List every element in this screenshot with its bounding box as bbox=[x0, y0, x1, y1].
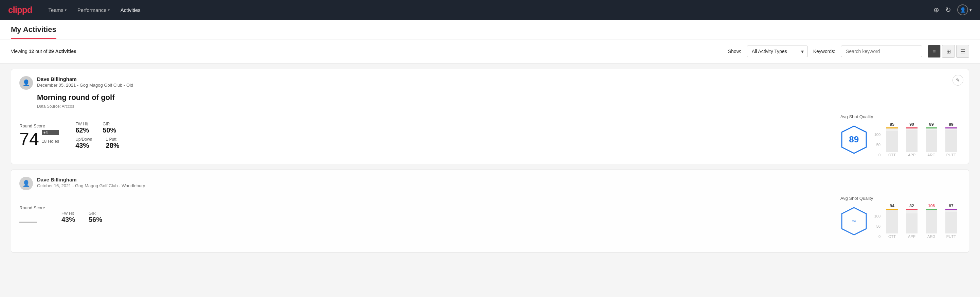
edit-button[interactable]: ✎ bbox=[953, 75, 963, 86]
show-label: Show: bbox=[728, 49, 741, 54]
one-putt-value: 28% bbox=[106, 142, 119, 150]
user-avatar-icon: 👤 bbox=[22, 79, 30, 87]
viewing-count-text: Viewing 12 out of 29 Activities bbox=[11, 49, 722, 54]
round-score-value: 74 bbox=[19, 130, 39, 148]
updown-value: 43% bbox=[75, 142, 92, 150]
shot-quality-section: Avg Shot Quality ~ bbox=[840, 196, 961, 238]
logo: clippd bbox=[8, 5, 32, 15]
activity-type-select[interactable]: All Activity Types bbox=[747, 46, 808, 57]
nav-teams[interactable]: Teams ▾ bbox=[49, 7, 67, 13]
avatar: 👤 bbox=[19, 76, 33, 90]
keywords-label: Keywords: bbox=[813, 49, 835, 54]
updown-group: Up/Down 43% bbox=[75, 137, 92, 150]
chart-col-app: 82 APP bbox=[902, 204, 921, 238]
score-diff-badge: +4 bbox=[42, 130, 59, 135]
search-input[interactable] bbox=[841, 46, 922, 57]
navbar: clippd Teams ▾ Performance ▾ Activities … bbox=[0, 0, 980, 20]
chart-col-arg: 106 ARG bbox=[922, 204, 941, 238]
viewing-total: 29 bbox=[49, 49, 54, 54]
user-menu-chevron-icon: ▾ bbox=[969, 8, 972, 13]
user-date: October 16, 2021 - Gog Magog Golf Club -… bbox=[37, 183, 145, 188]
nav-performance[interactable]: Performance ▾ bbox=[78, 7, 110, 13]
chart-col-ott: 85 OTT bbox=[883, 122, 902, 157]
shot-quality-chart: 100 50 0 94 bbox=[874, 204, 961, 238]
performance-chevron-icon: ▾ bbox=[108, 8, 110, 12]
shot-quality-score: ~ bbox=[852, 217, 856, 226]
filter-bar: Viewing 12 out of 29 Activities Show: Al… bbox=[0, 40, 980, 64]
round-score-label: Round Score bbox=[19, 205, 45, 210]
updown-label: Up/Down bbox=[75, 137, 92, 142]
gir-value: 56% bbox=[89, 216, 102, 224]
view-mode-buttons: ≡ ⊞ ☰ bbox=[928, 45, 969, 58]
gir-label: GIR bbox=[103, 121, 116, 126]
nav-activities[interactable]: Activities bbox=[121, 7, 141, 13]
avatar: 👤 bbox=[19, 177, 33, 190]
view-detail-button[interactable]: ☰ bbox=[956, 45, 969, 58]
fw-hit-label: FW Hit bbox=[62, 211, 75, 216]
activity-title: Morning round of golf bbox=[37, 93, 961, 102]
shot-quality-hexagon: ~ bbox=[840, 206, 868, 236]
user-avatar-icon: 👤 bbox=[22, 180, 30, 187]
view-compact-button[interactable]: ≡ bbox=[928, 45, 940, 58]
page-header: My Activities bbox=[0, 20, 980, 40]
activity-card: 👤 Dave Billingham October 16, 2021 - Gog… bbox=[11, 169, 969, 252]
shot-quality-chart: 100 50 0 85 bbox=[874, 122, 961, 157]
chart-col-arg: 89 ARG bbox=[922, 122, 941, 157]
nav-icons: ⊕ ↻ 👤 ▾ bbox=[934, 5, 972, 15]
gir-group: GIR 50% bbox=[103, 121, 116, 134]
refresh-icon[interactable]: ↻ bbox=[945, 6, 951, 14]
activity-type-select-wrapper: All Activity Types bbox=[747, 46, 808, 57]
fw-hit-group: FW Hit 62% bbox=[75, 121, 89, 134]
one-putt-label: 1 Putt bbox=[106, 137, 119, 142]
chart-col-putt: 89 PUTT bbox=[942, 122, 961, 157]
user-date: December 05, 2021 - Gog Magog Golf Club … bbox=[37, 83, 133, 88]
viewing-shown: 12 bbox=[29, 49, 34, 54]
shot-quality-section: Avg Shot Quality 89 bbox=[840, 114, 961, 157]
fw-gir-stats: FW Hit 43% GIR 56% bbox=[62, 211, 102, 224]
fw-gir-stats: FW Hit 62% GIR 50% Up/Down 43% 1 Putt bbox=[75, 121, 119, 150]
round-score-group: Round Score 74 +4 18 Holes bbox=[19, 123, 59, 148]
avg-shot-quality-label: Avg Shot Quality bbox=[840, 196, 961, 201]
chart-col-app: 90 APP bbox=[902, 122, 921, 157]
shot-quality-score: 89 bbox=[849, 134, 859, 145]
fw-hit-group: FW Hit 43% bbox=[62, 211, 75, 224]
page-title: My Activities bbox=[11, 25, 56, 39]
user-icon: 👤 bbox=[960, 7, 966, 13]
viewing-suffix: Activities bbox=[55, 49, 76, 54]
user-menu-button[interactable]: 👤 ▾ bbox=[957, 5, 972, 15]
fw-hit-value: 43% bbox=[62, 216, 75, 224]
user-name: Dave Billingham bbox=[37, 177, 145, 182]
avatar: 👤 bbox=[957, 5, 968, 15]
user-name: Dave Billingham bbox=[37, 76, 133, 82]
user-info: Dave Billingham December 05, 2021 - Gog … bbox=[37, 76, 133, 88]
holes-label: 18 Holes bbox=[42, 139, 59, 144]
fw-hit-value: 62% bbox=[75, 126, 89, 134]
teams-chevron-icon: ▾ bbox=[65, 8, 67, 12]
shot-quality-hexagon: 89 bbox=[840, 125, 868, 155]
data-source: Data Source: Arccos bbox=[37, 104, 961, 109]
gir-label: GIR bbox=[89, 211, 102, 216]
avg-shot-quality-label: Avg Shot Quality bbox=[840, 114, 961, 119]
gir-group: GIR 56% bbox=[89, 211, 102, 224]
gir-value: 50% bbox=[103, 126, 116, 134]
add-icon[interactable]: ⊕ bbox=[934, 6, 939, 14]
view-grid-button[interactable]: ⊞ bbox=[942, 45, 955, 58]
fw-hit-label: FW Hit bbox=[75, 121, 89, 126]
round-score-label: Round Score bbox=[19, 123, 59, 128]
activities-list: ✎ 👤 Dave Billingham December 05, 2021 - … bbox=[0, 69, 980, 269]
user-info: Dave Billingham October 16, 2021 - Gog M… bbox=[37, 177, 145, 188]
one-putt-group: 1 Putt 28% bbox=[106, 137, 119, 150]
activity-card: ✎ 👤 Dave Billingham December 05, 2021 - … bbox=[11, 69, 969, 164]
chart-col-putt: 87 PUTT bbox=[942, 204, 961, 238]
round-score-group: Round Score — bbox=[19, 205, 45, 229]
chart-col-ott: 94 OTT bbox=[883, 204, 902, 238]
round-score-value: — bbox=[19, 212, 37, 229]
